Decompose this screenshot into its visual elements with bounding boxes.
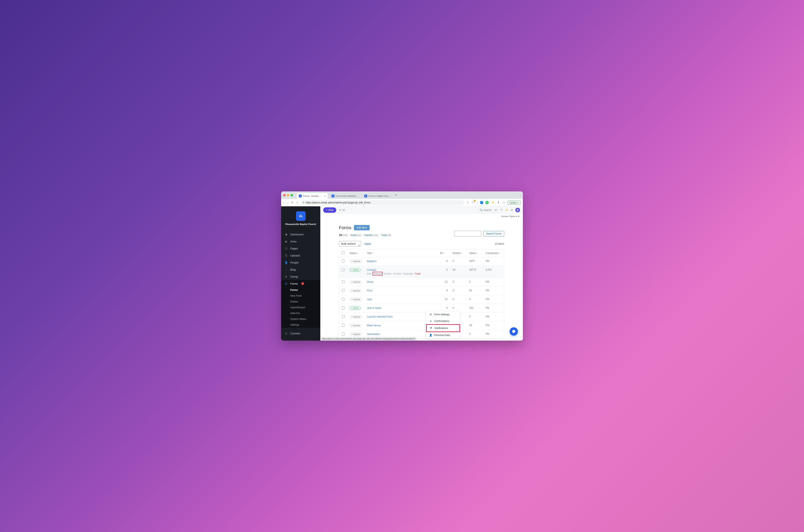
bolt-icon[interactable]: ⚡ [505, 209, 508, 211]
bookmark-button[interactable]: ▯ [296, 201, 298, 205]
status-badge[interactable]: Inactive [350, 280, 362, 284]
row-checkbox[interactable] [342, 280, 345, 283]
site-settings-icon[interactable]: ⚙ [303, 201, 305, 204]
chat-button[interactable] [510, 327, 518, 336]
ext-1-icon[interactable]: i [480, 201, 483, 204]
close-window-icon[interactable] [283, 194, 286, 196]
status-badge[interactable]: Inactive [350, 332, 362, 336]
row-settings[interactable]: Settings [373, 272, 382, 275]
form-title-link[interactable]: Launch Interest Form [367, 315, 393, 318]
sidebar-item-people[interactable]: 👤People [281, 259, 320, 266]
filter-inactive[interactable]: Inactive (11) [364, 234, 378, 236]
form-title-link[interactable]: Join A Team [367, 306, 382, 309]
status-badge[interactable]: Active [350, 268, 361, 272]
tab-1[interactable]: ılı Forms - Gravity Forms ‹ Plea × [297, 193, 328, 199]
tab-2[interactable]: ılı Form Entry Notification Emails | D [329, 193, 361, 199]
sidebar-item-astra[interactable]: ◐Astra [281, 238, 320, 245]
form-title-link[interactable]: Dona [367, 280, 373, 283]
sidebar-item-uploads[interactable]: ⇅Uploads [281, 252, 320, 259]
extensions-icon[interactable]: ▢ [502, 201, 506, 205]
sync-status[interactable]: ⟳62 [339, 209, 345, 211]
filter-active[interactable]: Active (2) [350, 234, 361, 236]
dropdown-confirmations[interactable]: ⊘Confirmations [426, 318, 460, 324]
close-tab-icon[interactable]: × [324, 194, 326, 198]
minimize-window-icon[interactable] [287, 194, 289, 196]
items-count: 13 items [495, 242, 504, 245]
sidebar-item-forms[interactable]: ☰Forms1 [281, 280, 320, 287]
sidebar-item-connect[interactable]: ⋔Connect [281, 330, 320, 337]
filter-all[interactable]: All (13) [339, 234, 347, 236]
download-icon[interactable]: ⬇ [497, 201, 500, 205]
row-preview[interactable]: Preview [393, 272, 401, 275]
status-badge[interactable]: Inactive [350, 324, 362, 327]
maximize-window-icon[interactable] [291, 194, 293, 196]
submenu-settings[interactable]: Settings [281, 322, 320, 328]
shield-icon[interactable]: 🛡 [500, 209, 503, 211]
screen-options[interactable]: Screen Options ▼ [320, 214, 523, 219]
update-button[interactable]: Update ≡ [508, 201, 521, 205]
status-badge[interactable]: Inactive [350, 315, 362, 319]
form-title-link[interactable]: First [367, 289, 372, 292]
row-checkbox[interactable] [342, 298, 345, 301]
row-trash[interactable]: Trash [415, 272, 421, 275]
form-title-link[interactable]: Baptism [367, 260, 377, 263]
row-checkbox[interactable] [342, 315, 345, 318]
row-checkbox[interactable] [342, 332, 345, 336]
tab-bar: ılı Forms - Gravity Forms ‹ Plea × ılı F… [281, 191, 523, 199]
submenu-forms[interactable]: Forms [281, 287, 320, 293]
tabs-overflow-icon[interactable]: ⌄ [519, 194, 521, 196]
form-title-link[interactable]: Newsletter [367, 332, 380, 336]
bulk-actions-select[interactable]: Bulk actions [339, 241, 361, 247]
back-button[interactable]: ‹ [283, 201, 285, 205]
row-edit[interactable]: Edit [367, 272, 371, 275]
row-checkbox[interactable] [342, 306, 345, 309]
sidebar-item-pages[interactable]: 🖵Pages [281, 245, 320, 252]
apply-button[interactable]: Apply [364, 242, 371, 245]
search-trigger[interactable]: 🔍Search...⌘K [479, 209, 498, 211]
submenu-new-form[interactable]: New Form [281, 293, 320, 299]
status-badge[interactable]: Inactive [350, 289, 362, 292]
search-forms-button[interactable]: Search Forms [483, 231, 504, 236]
submenu-addons[interactable]: Add-Ons [281, 310, 320, 316]
share-icon[interactable]: ⇪ [466, 201, 469, 205]
user-menu-icon[interactable] [515, 208, 520, 212]
row-entries[interactable]: Entries [384, 272, 391, 275]
form-title-link[interactable]: Contact [367, 268, 376, 271]
row-checkbox[interactable] [342, 324, 345, 327]
help-icon[interactable]: ⊕ [511, 209, 513, 211]
row-checkbox[interactable] [342, 289, 345, 292]
status-badge[interactable]: Active [350, 306, 361, 310]
dropdown-form-settings[interactable]: ⚙Form Settings [426, 311, 460, 318]
site-logo-icon[interactable] [296, 211, 306, 221]
tab-3[interactable]: ılı Forms | Digital Church Guide [362, 193, 393, 199]
row-duplicate[interactable]: Duplicate [403, 272, 413, 275]
row-checkbox[interactable] [342, 268, 345, 271]
sidebar-item-giving[interactable]: ♥Giving [281, 273, 320, 280]
ext-2-icon[interactable]: ▶ [485, 201, 489, 204]
address-bar[interactable]: ⚙ https://pbcns.ca/wp-admin/admin.php?pa… [300, 200, 464, 205]
status-badge[interactable]: Inactive [350, 298, 362, 301]
new-button[interactable]: +New [323, 207, 336, 213]
filter-trash[interactable]: Trash (0) [381, 234, 391, 236]
dropdown-personal-data[interactable]: 👤Personal Data [426, 332, 460, 339]
dropdown-notifications[interactable]: ⚑Notifications [426, 324, 460, 332]
select-all-checkbox[interactable] [342, 251, 345, 254]
shield-icon[interactable]: 🛡 [472, 201, 475, 205]
submenu-entries[interactable]: Entries [281, 299, 320, 305]
sidebar-item-blog[interactable]: ⟑Blog [281, 266, 320, 273]
add-new-button[interactable]: Add New [354, 225, 370, 230]
site-name: Pleasantville Baptist Church [281, 223, 320, 225]
search-input[interactable] [454, 231, 481, 236]
row-checkbox[interactable] [342, 260, 345, 263]
forward-button[interactable]: › [287, 201, 289, 205]
ext-3-icon[interactable]: ⚡ [491, 201, 495, 205]
form-title-link[interactable]: Meet Jesus [367, 324, 381, 327]
forms-submenu: Forms New Form Entries Import/Export Add… [281, 287, 320, 328]
submenu-import-export[interactable]: Import/Export [281, 305, 320, 310]
status-badge[interactable]: Inactive [350, 260, 362, 263]
sidebar-item-dashboard[interactable]: ◉Dashboard [281, 231, 320, 238]
form-title-link[interactable]: Join [367, 298, 372, 301]
submenu-system-status[interactable]: System Status [281, 316, 320, 322]
reload-button[interactable]: ⟳ [291, 201, 294, 205]
new-tab-button[interactable]: + [395, 193, 397, 197]
